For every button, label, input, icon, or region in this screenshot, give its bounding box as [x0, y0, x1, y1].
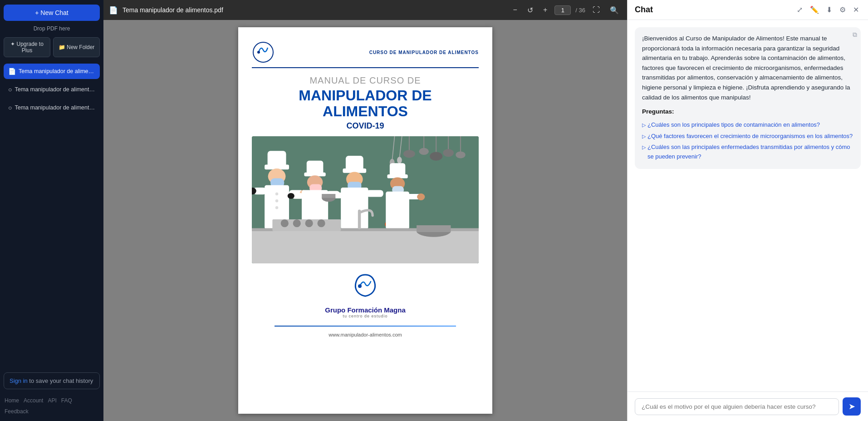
questions-label: Preguntas: [642, 107, 853, 117]
pdf-title: Tema manipulador de alimentos.pdf [123, 6, 506, 14]
svg-point-9 [430, 152, 442, 161]
drop-hint-label: Drop PDF here [4, 25, 100, 32]
question-item-1[interactable]: ¿Cuáles son los principales tipos de con… [642, 119, 853, 131]
footer-links: Home Account API FAQ Feedback [4, 396, 100, 416]
footer-feedback-link[interactable]: Feedback [5, 408, 29, 415]
svg-point-27 [275, 193, 278, 195]
doc2-label: Tema manipulador de alimentos.p... [15, 86, 95, 93]
svg-point-17 [397, 157, 402, 164]
undo-button[interactable]: ↺ [525, 4, 536, 16]
footer-account-link[interactable]: Account [24, 397, 43, 404]
questions-section: Preguntas: ¿Cuáles son los principales t… [642, 107, 853, 163]
edit-icon-button[interactable]: ✏️ [808, 4, 821, 16]
send-button[interactable]: ➤ [843, 397, 861, 416]
pdf-covid-label: COVID-19 [346, 121, 384, 131]
page-input[interactable] [554, 5, 571, 15]
sign-in-suffix: to save your chat history [28, 377, 93, 384]
footer-home-link[interactable]: Home [5, 397, 19, 404]
settings-icon-button[interactable]: ⚙ [838, 4, 848, 16]
svg-point-5 [403, 150, 415, 158]
pdf-company-logo-area: Grupo Formación Magna tu centro de estud… [325, 272, 406, 318]
pdf-header-title: CURSO DE MANIPULADOR DE ALIMENTOS [369, 50, 479, 55]
download-icon-button[interactable]: ⬇ [824, 4, 834, 16]
search-button[interactable]: 🔍 [607, 4, 622, 16]
page-total: / 36 [575, 7, 585, 14]
svg-rect-44 [366, 190, 383, 197]
zoom-out-button[interactable]: − [510, 4, 520, 16]
svg-point-13 [456, 152, 466, 158]
svg-point-60 [305, 219, 313, 227]
new-chat-button[interactable]: + New Chat [4, 5, 100, 21]
svg-rect-46 [322, 194, 335, 198]
svg-point-65 [358, 284, 362, 288]
pdf-website: www.manipulador-alimentos.com [329, 332, 402, 337]
chat-panel: Chat ⤢ ✏️ ⬇ ⚙ ✕ ⧉ ¡Bienvenidos al Curso … [628, 0, 868, 421]
chat-title: Chat [635, 5, 653, 15]
question-item-2[interactable]: ¿Qué factores favorecen el crecimiento d… [642, 131, 853, 142]
chat-input-area: ➤ [628, 391, 868, 421]
sidebar: + New Chat Drop PDF here ✦ Upgrade to Pl… [0, 0, 103, 421]
copy-message-button[interactable]: ⧉ [853, 31, 857, 39]
chat-messages[interactable]: ⧉ ¡Bienvenidos al Curso de Manipulador d… [628, 20, 868, 391]
pdf-toolbar: 📄 Tema manipulador de alimentos.pdf − ↺ … [103, 0, 627, 20]
svg-point-37 [288, 193, 294, 199]
svg-point-29 [275, 206, 278, 209]
company-tagline: tu centro de estudio [343, 314, 387, 318]
chat-header: Chat ⤢ ✏️ ⬇ ⚙ ✕ [628, 0, 868, 20]
fit-page-button[interactable]: ⛶ [590, 4, 603, 16]
pdf-viewer: 📄 Tema manipulador de alimentos.pdf − ↺ … [103, 0, 628, 421]
new-folder-button[interactable]: 📁 New Folder [53, 37, 100, 57]
svg-rect-42 [341, 188, 368, 229]
svg-point-0 [253, 42, 273, 62]
svg-point-61 [317, 219, 325, 227]
svg-point-58 [281, 219, 289, 227]
document-icon: ○ [8, 86, 12, 93]
company-logo-svg [347, 272, 383, 304]
header-logo [252, 41, 275, 64]
pdf-file-icon: 📄 [109, 6, 118, 15]
document-icon: 📄 [8, 68, 16, 75]
pdf-header-bar: CURSO DE MANIPULADOR DE ALIMENTOS [252, 41, 479, 68]
sign-in-link[interactable]: Sign in [10, 377, 28, 384]
footer-api-link[interactable]: API [48, 397, 56, 404]
pdf-page: CURSO DE MANIPULADOR DE ALIMENTOS MANUAL… [238, 27, 492, 414]
svg-rect-53 [386, 192, 409, 229]
welcome-message-text: ¡Bienvenidos al Curso de Manipulador de … [642, 35, 850, 101]
svg-point-7 [419, 148, 429, 155]
chat-input[interactable] [635, 398, 839, 415]
svg-point-55 [417, 193, 425, 200]
action-row: ✦ Upgrade to Plus 📁 New Folder [4, 37, 100, 57]
pdf-content[interactable]: CURSO DE MANIPULADOR DE ALIMENTOS MANUAL… [103, 20, 627, 421]
upgrade-to-plus-button[interactable]: ✦ Upgrade to Plus [4, 37, 50, 57]
svg-rect-64 [417, 225, 451, 232]
pdf-chef-image [252, 136, 479, 263]
sidebar-item-doc2[interactable]: ○ Tema manipulador de alimentos.p... [4, 82, 100, 97]
pdf-divider [275, 326, 456, 327]
chat-header-icons: ⤢ ✏️ ⬇ ⚙ ✕ [795, 4, 861, 16]
sidebar-item-doc1[interactable]: 📄 Tema manipulador de alimentos.p... [4, 64, 100, 79]
doc3-label: Tema manipulador de alimentos.p... [15, 104, 95, 111]
document-icon: ○ [8, 104, 12, 111]
footer-faq-link[interactable]: FAQ [61, 397, 72, 404]
pdf-big-title: MANIPULADOR DE ALIMENTOS [299, 88, 432, 119]
close-icon-button[interactable]: ✕ [851, 4, 861, 16]
welcome-message-bubble: ⧉ ¡Bienvenidos al Curso de Manipulador d… [635, 27, 861, 169]
svg-point-59 [293, 219, 301, 227]
svg-point-1 [257, 51, 260, 54]
svg-point-11 [443, 149, 454, 157]
pdf-main-title: MANUAL DE CURSO DE [309, 75, 421, 86]
question-item-3[interactable]: ¿Cuáles son las principales enfermedades… [642, 142, 853, 163]
zoom-in-button[interactable]: + [540, 4, 550, 16]
sidebar-item-doc3[interactable]: ○ Tema manipulador de alimentos.p... [4, 100, 100, 115]
svg-point-28 [275, 199, 278, 202]
doc1-label: Tema manipulador de alimentos.p... [19, 68, 95, 74]
expand-icon-button[interactable]: ⤢ [795, 4, 804, 16]
company-name: Grupo Formación Magna [325, 306, 406, 314]
sign-in-bar: Sign in to save your chat history [4, 372, 100, 389]
